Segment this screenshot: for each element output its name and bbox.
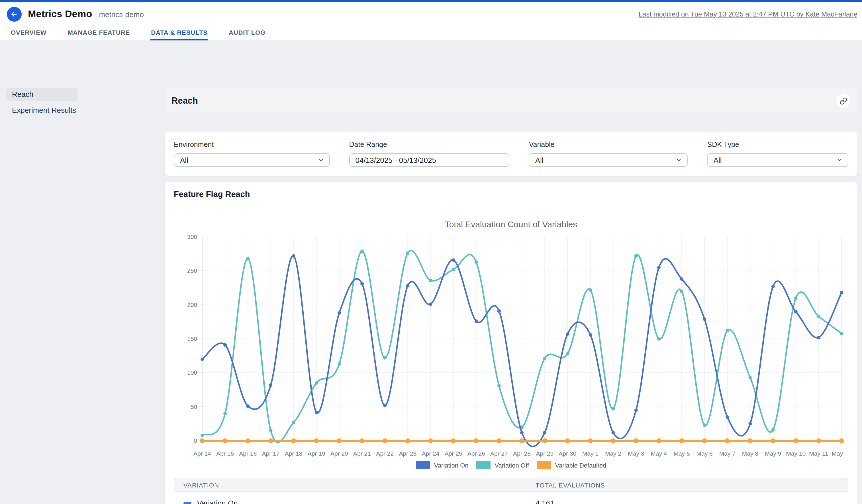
page-title: Metrics Demo <box>28 8 92 19</box>
svg-text:Apr 24: Apr 24 <box>422 450 439 457</box>
legend-item-variable-defaulted[interactable]: Variable Defaulted <box>537 461 606 469</box>
svg-text:Apr 27: Apr 27 <box>490 450 508 457</box>
date-range-input[interactable] <box>349 153 510 167</box>
svg-text:May 10: May 10 <box>786 450 806 457</box>
legend-label: Variation On <box>434 462 469 468</box>
tab-manage-feature[interactable]: MANAGE FEATURE <box>67 26 130 40</box>
svg-text:Apr 21: Apr 21 <box>353 450 371 457</box>
line-chart: Apr 14Apr 15Apr 16Apr 17Apr 18Apr 19Apr … <box>174 234 845 457</box>
svg-text:May 3: May 3 <box>628 450 644 457</box>
svg-text:May 2: May 2 <box>605 450 621 457</box>
table-row[interactable]: Variation On 4,161 <box>174 492 848 504</box>
svg-text:May 1: May 1 <box>582 450 599 457</box>
environment-value: All <box>180 156 188 164</box>
variable-label: Variable <box>529 141 688 149</box>
copy-link-button[interactable] <box>836 93 851 108</box>
chart-title: Total Evaluation Count of Variables <box>174 219 848 229</box>
svg-text:50: 50 <box>191 403 197 410</box>
svg-text:May 8: May 8 <box>742 450 758 457</box>
svg-text:May 6: May 6 <box>696 450 713 457</box>
svg-text:Apr 28: Apr 28 <box>513 450 531 457</box>
chart-card-title: Feature Flag Reach <box>174 190 848 199</box>
legend-swatch <box>537 461 551 469</box>
legend-item-variation-on[interactable]: Variation On <box>416 461 469 469</box>
svg-text:Apr 16: Apr 16 <box>239 450 257 457</box>
page: Metrics Demo metrics-demo Last modified … <box>0 0 862 504</box>
svg-text:Apr 22: Apr 22 <box>376 450 394 457</box>
series-dash <box>183 502 192 504</box>
table-header: VARIATION TOTAL EVALUATIONS <box>174 478 848 492</box>
svg-text:Apr 30: Apr 30 <box>559 450 576 457</box>
sdk-type-label: SDK Type <box>707 141 848 149</box>
svg-text:200: 200 <box>187 302 197 308</box>
variation-table: VARIATION TOTAL EVALUATIONS Variation On… <box>174 478 848 504</box>
evaluation-chart: Apr 14Apr 15Apr 16Apr 17Apr 18Apr 19Apr … <box>174 234 848 459</box>
chevron-down-icon <box>318 157 324 163</box>
row-label: Variation On <box>197 499 238 504</box>
environment-label: Environment <box>174 141 330 149</box>
chart-legend: Variation On Variation Off Variable Defa… <box>174 461 848 469</box>
chevron-down-icon <box>836 157 843 163</box>
svg-text:Apr 17: Apr 17 <box>262 450 279 457</box>
legend-label: Variation Off <box>495 462 529 468</box>
section-title: Reach <box>171 96 198 106</box>
sidebar: Reach Experiment Results <box>6 88 78 120</box>
tab-bar: OVERVIEW MANAGE FEATURE DATA & RESULTS A… <box>0 26 862 40</box>
content-area: Reach Experiment Results Reach Environme… <box>0 40 862 504</box>
sdk-type-value: All <box>714 156 722 164</box>
svg-text:Apr 15: Apr 15 <box>216 450 234 457</box>
svg-text:May 11: May 11 <box>809 450 828 457</box>
variable-select[interactable]: All <box>529 153 688 167</box>
last-modified-text[interactable]: Last modified on Tue May 13 2025 at 2:47… <box>639 10 858 18</box>
svg-text:Apr 18: Apr 18 <box>285 450 302 457</box>
app-header: Metrics Demo metrics-demo Last modified … <box>0 2 862 26</box>
back-button[interactable] <box>7 6 22 21</box>
row-value: 4,161 <box>526 499 848 504</box>
chart-card: Feature Flag Reach Total Evaluation Coun… <box>165 182 858 504</box>
svg-text:Apr 25: Apr 25 <box>445 450 462 457</box>
chevron-down-icon <box>676 157 682 163</box>
svg-text:Apr 19: Apr 19 <box>308 450 325 457</box>
date-range-label: Date Range <box>349 141 510 149</box>
svg-text:Apr 23: Apr 23 <box>399 450 417 457</box>
filter-variable: Variable All <box>529 141 688 167</box>
top-accent-bar <box>0 0 862 2</box>
sidebar-item-reach[interactable]: Reach <box>6 88 78 101</box>
legend-item-variation-off[interactable]: Variation Off <box>476 461 529 469</box>
svg-text:May 9: May 9 <box>765 450 781 457</box>
column-header-total-evaluations: TOTAL EVALUATIONS <box>526 481 848 488</box>
legend-label: Variable Defaulted <box>555 462 606 468</box>
back-arrow-icon <box>10 10 18 18</box>
variable-value: All <box>535 156 544 164</box>
svg-text:100: 100 <box>187 369 197 376</box>
svg-text:250: 250 <box>187 267 197 274</box>
svg-text:Apr 20: Apr 20 <box>330 450 348 457</box>
svg-text:May 4: May 4 <box>651 450 667 457</box>
svg-text:May 12: May 12 <box>832 450 845 457</box>
tab-overview[interactable]: OVERVIEW <box>10 26 47 40</box>
svg-text:150: 150 <box>187 335 197 342</box>
link-icon <box>839 97 847 105</box>
svg-text:Apr 14: Apr 14 <box>193 450 211 457</box>
svg-text:0: 0 <box>194 437 197 444</box>
filter-environment: Environment All <box>174 141 330 167</box>
page-slug: metrics-demo <box>99 10 144 19</box>
svg-text:Apr 29: Apr 29 <box>536 450 553 457</box>
legend-swatch <box>476 461 491 469</box>
filters-card: Environment All Date Range Variable All <box>165 132 858 176</box>
svg-text:May 7: May 7 <box>719 450 735 457</box>
svg-text:Apr 26: Apr 26 <box>468 450 485 457</box>
sdk-type-select[interactable]: All <box>707 153 848 167</box>
svg-text:May 5: May 5 <box>674 450 690 457</box>
environment-select[interactable]: All <box>174 153 330 167</box>
filter-sdk-type: SDK Type All <box>707 141 848 167</box>
main-panel: Reach Environment All Date Range <box>165 88 858 504</box>
filter-date-range: Date Range <box>349 141 510 167</box>
sidebar-item-experiment-results[interactable]: Experiment Results <box>6 104 78 117</box>
section-header: Reach <box>165 88 858 113</box>
tab-audit-log[interactable]: AUDIT LOG <box>228 26 266 40</box>
tab-data-and-results[interactable]: DATA & RESULTS <box>151 26 208 40</box>
column-header-variation: VARIATION <box>174 481 526 488</box>
svg-text:300: 300 <box>187 234 197 240</box>
legend-swatch <box>416 461 430 469</box>
